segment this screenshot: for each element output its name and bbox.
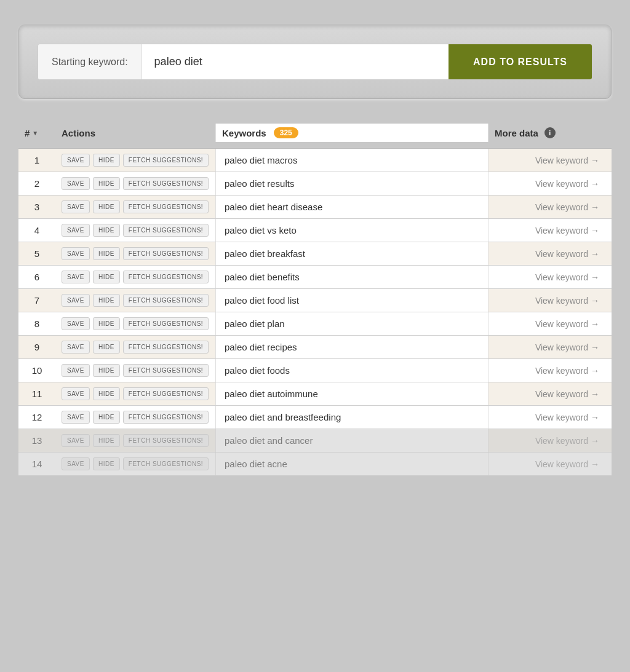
- hide-button[interactable]: HIDE: [93, 154, 120, 167]
- save-button[interactable]: SAVE: [62, 387, 90, 400]
- view-keyword-label: View keyword: [535, 272, 588, 282]
- fetch-suggestions--button[interactable]: FETCH SUGGESTIONS!: [123, 247, 209, 260]
- view-keyword-label: View keyword: [535, 319, 588, 329]
- hide-button[interactable]: HIDE: [93, 364, 120, 377]
- save-button[interactable]: SAVE: [62, 434, 90, 447]
- view-keyword-link[interactable]: View keyword →: [495, 296, 599, 306]
- view-keyword-link[interactable]: View keyword →: [495, 413, 599, 422]
- add-to-results-button[interactable]: ADD TO RESULTS: [449, 44, 592, 79]
- fetch-suggestions--button[interactable]: FETCH SUGGESTIONS!: [123, 411, 209, 424]
- save-button[interactable]: SAVE: [62, 341, 90, 354]
- hide-button[interactable]: HIDE: [93, 294, 120, 307]
- hide-button[interactable]: HIDE: [93, 271, 120, 283]
- col-header-more-data: More data i: [488, 124, 612, 142]
- fetch-suggestions--button[interactable]: FETCH SUGGESTIONS!: [123, 341, 209, 354]
- view-keyword-link[interactable]: View keyword →: [495, 179, 599, 189]
- row-more-data[interactable]: View keyword →: [488, 383, 612, 405]
- hide-button[interactable]: HIDE: [93, 434, 120, 447]
- fetch-suggestions--button[interactable]: FETCH SUGGESTIONS!: [123, 154, 209, 167]
- table-row: 11SAVEHIDEFETCH SUGGESTIONS!paleo diet a…: [18, 382, 612, 406]
- fetch-suggestions--button[interactable]: FETCH SUGGESTIONS!: [123, 271, 209, 283]
- fetch-suggestions--button[interactable]: FETCH SUGGESTIONS!: [123, 177, 209, 190]
- view-keyword-link[interactable]: View keyword →: [495, 342, 599, 352]
- row-more-data[interactable]: View keyword →: [488, 430, 612, 452]
- row-more-data[interactable]: View keyword →: [488, 149, 612, 172]
- hide-button[interactable]: HIDE: [93, 224, 120, 237]
- row-actions: SAVEHIDEFETCH SUGGESTIONS!: [55, 453, 215, 475]
- save-button[interactable]: SAVE: [62, 294, 90, 307]
- row-keyword: paleo diet plan: [215, 312, 488, 335]
- row-more-data[interactable]: View keyword →: [488, 266, 612, 288]
- table-body: 1SAVEHIDEFETCH SUGGESTIONS!paleo diet ma…: [18, 149, 612, 476]
- row-keyword: paleo diet food list: [215, 289, 488, 312]
- fetch-suggestions--button[interactable]: FETCH SUGGESTIONS!: [123, 317, 209, 330]
- fetch-suggestions--button[interactable]: FETCH SUGGESTIONS!: [123, 224, 209, 237]
- arrow-right-icon: →: [591, 179, 599, 189]
- row-more-data[interactable]: View keyword →: [488, 219, 612, 242]
- row-actions: SAVEHIDEFETCH SUGGESTIONS!: [55, 336, 215, 358]
- view-keyword-link[interactable]: View keyword →: [495, 366, 599, 376]
- arrow-right-icon: →: [591, 156, 599, 165]
- hide-button[interactable]: HIDE: [93, 457, 120, 470]
- keywords-badge: 325: [274, 127, 298, 138]
- view-keyword-link[interactable]: View keyword →: [495, 436, 599, 446]
- col-header-actions: Actions: [55, 124, 215, 142]
- view-keyword-link[interactable]: View keyword →: [495, 319, 599, 329]
- view-keyword-link[interactable]: View keyword →: [495, 459, 599, 469]
- arrow-right-icon: →: [591, 389, 599, 399]
- row-keyword: paleo diet macros: [215, 149, 488, 172]
- hide-button[interactable]: HIDE: [93, 247, 120, 260]
- save-button[interactable]: SAVE: [62, 364, 90, 377]
- save-button[interactable]: SAVE: [62, 317, 90, 330]
- keyword-input[interactable]: [142, 44, 449, 79]
- hide-button[interactable]: HIDE: [93, 341, 120, 354]
- save-button[interactable]: SAVE: [62, 224, 90, 237]
- hide-button[interactable]: HIDE: [93, 317, 120, 330]
- row-more-data[interactable]: View keyword →: [488, 173, 612, 195]
- fetch-suggestions--button[interactable]: FETCH SUGGESTIONS!: [123, 294, 209, 307]
- view-keyword-link[interactable]: View keyword →: [495, 156, 599, 165]
- fetch-suggestions--button[interactable]: FETCH SUGGESTIONS!: [123, 364, 209, 377]
- row-keyword: paleo diet and breastfeeding: [215, 406, 488, 429]
- save-button[interactable]: SAVE: [62, 411, 90, 424]
- info-icon[interactable]: i: [544, 127, 556, 138]
- hide-button[interactable]: HIDE: [93, 177, 120, 190]
- row-number: 9: [18, 336, 55, 358]
- arrow-right-icon: →: [591, 342, 599, 352]
- sort-arrow-icon[interactable]: ▼: [32, 130, 38, 136]
- row-more-data[interactable]: View keyword →: [488, 313, 612, 335]
- row-more-data[interactable]: View keyword →: [488, 453, 612, 475]
- save-button[interactable]: SAVE: [62, 154, 90, 167]
- row-more-data[interactable]: View keyword →: [488, 360, 612, 382]
- fetch-suggestions--button[interactable]: FETCH SUGGESTIONS!: [123, 387, 209, 400]
- search-panel: Starting keyword: ADD TO RESULTS: [18, 25, 612, 99]
- save-button[interactable]: SAVE: [62, 177, 90, 190]
- view-keyword-link[interactable]: View keyword →: [495, 249, 599, 259]
- fetch-suggestions--button[interactable]: FETCH SUGGESTIONS!: [123, 200, 209, 213]
- table-row: 1SAVEHIDEFETCH SUGGESTIONS!paleo diet ma…: [18, 149, 612, 172]
- hide-button[interactable]: HIDE: [93, 200, 120, 213]
- fetch-suggestions--button[interactable]: FETCH SUGGESTIONS!: [123, 434, 209, 447]
- save-button[interactable]: SAVE: [62, 271, 90, 283]
- arrow-right-icon: →: [591, 272, 599, 282]
- hide-button[interactable]: HIDE: [93, 411, 120, 424]
- row-more-data[interactable]: View keyword →: [488, 406, 612, 429]
- row-more-data[interactable]: View keyword →: [488, 243, 612, 265]
- save-button[interactable]: SAVE: [62, 457, 90, 470]
- fetch-suggestions--button[interactable]: FETCH SUGGESTIONS!: [123, 457, 209, 470]
- view-keyword-link[interactable]: View keyword →: [495, 272, 599, 282]
- arrow-right-icon: →: [591, 436, 599, 446]
- view-keyword-link[interactable]: View keyword →: [495, 202, 599, 212]
- row-more-data[interactable]: View keyword →: [488, 290, 612, 312]
- row-more-data[interactable]: View keyword →: [488, 196, 612, 218]
- row-actions: SAVEHIDEFETCH SUGGESTIONS!: [55, 242, 215, 265]
- save-button[interactable]: SAVE: [62, 247, 90, 260]
- view-keyword-label: View keyword: [535, 389, 588, 399]
- table-row: 13SAVEHIDEFETCH SUGGESTIONS!paleo diet a…: [18, 429, 612, 453]
- view-keyword-link[interactable]: View keyword →: [495, 226, 599, 235]
- save-button[interactable]: SAVE: [62, 200, 90, 213]
- row-more-data[interactable]: View keyword →: [488, 336, 612, 358]
- view-keyword-link[interactable]: View keyword →: [495, 389, 599, 399]
- hide-button[interactable]: HIDE: [93, 387, 120, 400]
- row-actions: SAVEHIDEFETCH SUGGESTIONS!: [55, 312, 215, 335]
